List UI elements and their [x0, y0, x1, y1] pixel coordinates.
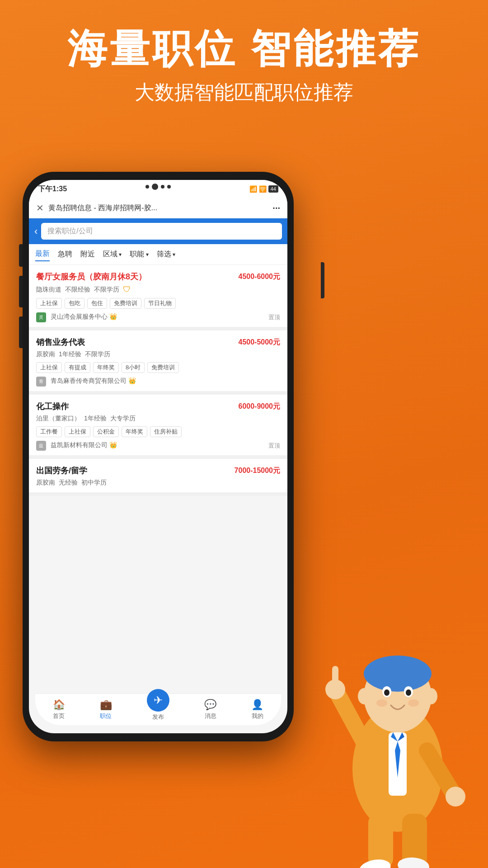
publish-icon: ✈ [147, 689, 169, 712]
job-title-1: 餐厅女服务员（胶南月休8天） [36, 271, 146, 282]
header-area: 海量职位 智能推荐 大数据智能匹配职位推荐 [0, 27, 488, 106]
nav-messages[interactable]: 💬 消息 [204, 699, 216, 720]
tag-1-2: 包吃 [65, 298, 84, 309]
tag-2-4: 8小时 [122, 362, 145, 373]
filter-tab-urgent[interactable]: 急聘 [58, 248, 72, 261]
volume-down-button [19, 276, 23, 307]
search-input[interactable]: 搜索职位/公司 [41, 223, 282, 240]
job-tags-2: 上社保 有提成 年终奖 8小时 免费培训 [36, 362, 280, 373]
search-back-button[interactable]: ‹ [34, 226, 38, 237]
top-badge-1: 置顶 [268, 313, 280, 321]
tag-2-3: 年终奖 [93, 362, 119, 373]
filter-tab-filter[interactable]: 筛选 [157, 248, 175, 261]
power-button [321, 262, 324, 298]
wifi-icon: 🛜 [259, 185, 267, 193]
silent-button [19, 316, 23, 348]
tag-3-2: 上社保 [65, 426, 90, 437]
nav-publish-label: 发布 [152, 713, 164, 721]
camera-dot2 [161, 185, 164, 189]
job-info-2: 原胶南 1年经验 不限学历 [36, 350, 280, 359]
job-title-2: 销售业务代表 [36, 337, 85, 348]
job-card-3[interactable]: 化工操作 6000-9000元 泊里（董家口） 1年经验 大专学历 工作餐 上社… [29, 395, 287, 455]
job-location-1: 隐珠街道 [36, 286, 61, 294]
job-card-1[interactable]: 餐厅女服务员（胶南月休8天） 4500-6000元 隐珠街道 不限经验 不限学历… [29, 265, 287, 327]
job-edu-2: 不限学历 [85, 350, 110, 359]
tag-2-5: 免费培训 [147, 362, 179, 373]
jobs-area: 餐厅女服务员（胶南月休8天） 4500-6000元 隐珠街道 不限经验 不限学历… [29, 265, 287, 496]
tag-3-1: 工作餐 [36, 426, 62, 437]
phone-device: 下午1:35 📶 🛜 44 ✕ 黄岛招聘信息 - 西海岸招聘网-胶... ··· [23, 172, 321, 796]
verified-icon-1: 🛡 [123, 285, 131, 294]
svg-point-11 [384, 689, 389, 696]
nav-home[interactable]: 🏠 首页 [53, 699, 65, 720]
job-exp-1: 不限经验 [65, 286, 90, 294]
nav-messages-label: 消息 [205, 712, 216, 720]
svg-point-17 [446, 787, 465, 807]
job-edu-4: 初中学历 [81, 479, 107, 487]
company-name-2: 青岛麻香传奇商贸有限公司 [51, 377, 127, 384]
crown-icon-3: 👑 [109, 441, 117, 448]
tag-3-3: 公积金 [93, 426, 119, 437]
job-edu-3: 大专学历 [110, 415, 136, 423]
svg-point-8 [364, 656, 432, 692]
svg-line-13 [339, 696, 368, 750]
phone-screen: 下午1:35 📶 🛜 44 ✕ 黄岛招聘信息 - 西海岸招聘网-胶... ··· [29, 180, 287, 733]
top-badge-3: 置顶 [268, 442, 280, 450]
browser-close-button[interactable]: ✕ [36, 203, 44, 213]
tag-2-2: 有提成 [65, 362, 90, 373]
jobs-icon: 💼 [100, 699, 112, 711]
company-logo-3: 益 [36, 441, 46, 451]
tag-3-5: 住房补贴 [150, 426, 182, 437]
job-company-2: 青 青岛麻香传奇商贸有限公司 👑 [36, 377, 280, 387]
tag-1-3: 包住 [87, 298, 107, 309]
tag-1-4: 免费培训 [110, 298, 141, 309]
job-salary-2: 4500-5000元 [238, 338, 280, 347]
job-exp-2: 1年经验 [59, 350, 81, 359]
company-logo-2: 青 [36, 377, 46, 387]
profile-icon: 👤 [251, 699, 263, 711]
job-title-4: 出国劳务/留学 [36, 465, 87, 476]
nav-profile-label: 我的 [252, 712, 263, 720]
svg-point-12 [406, 689, 411, 696]
filter-tabs: 最新 急聘 附近 区域 职能 筛选 [29, 244, 287, 265]
screen-content: ✕ 黄岛招聘信息 - 西海岸招聘网-胶... ··· ‹ 搜索职位/公司 最新 … [29, 198, 287, 702]
camera-dot3 [167, 185, 171, 189]
job-salary-1: 4500-6000元 [238, 272, 280, 282]
header-sub-title: 大数据智能匹配职位推荐 [0, 79, 488, 106]
nav-profile[interactable]: 👤 我的 [251, 699, 263, 720]
job-title-3: 化工操作 [36, 401, 69, 412]
job-tags-1: 上社保 包吃 包住 免费培训 节日礼物 [36, 298, 280, 309]
job-salary-4: 7000-15000元 [235, 466, 280, 476]
job-tags-3: 工作餐 上社保 公积金 年终奖 住房补贴 [36, 426, 280, 437]
filter-tab-role[interactable]: 职能 [130, 248, 148, 261]
job-card-4[interactable]: 出国劳务/留学 7000-15000元 原胶南 无经验 初中学历 [29, 459, 287, 492]
signal-icon: 📶 [249, 185, 257, 193]
browser-bar[interactable]: ✕ 黄岛招聘信息 - 西海岸招聘网-胶... ··· [29, 198, 287, 218]
job-location-3: 泊里（董家口） [36, 415, 80, 423]
nav-publish[interactable]: ✈ 发布 [147, 698, 169, 721]
tag-2-1: 上社保 [36, 362, 62, 373]
status-time: 下午1:35 [38, 184, 67, 194]
job-info-3: 泊里（董家口） 1年经验 大专学历 [36, 415, 280, 423]
job-edu-1: 不限学历 [94, 286, 119, 294]
volume-up-button [19, 244, 23, 267]
svg-point-23 [408, 699, 419, 707]
company-logo-1: 灵 [36, 312, 46, 322]
job-card-2[interactable]: 销售业务代表 4500-5000元 原胶南 1年经验 不限学历 上社保 有提成 … [29, 330, 287, 391]
tag-3-4: 年终奖 [122, 426, 147, 437]
camera-lens [152, 184, 158, 190]
nav-jobs[interactable]: 💼 职位 [100, 699, 112, 720]
bottom-nav: 🏠 首页 💼 职位 ✈ 发布 💬 消息 👤 我的 [35, 693, 281, 725]
job-salary-3: 6000-9000元 [238, 402, 280, 411]
filter-tab-latest[interactable]: 最新 [35, 247, 50, 261]
job-exp-3: 1年经验 [84, 415, 107, 423]
header-main-title: 海量职位 智能推荐 [0, 27, 488, 71]
message-icon: 💬 [204, 699, 216, 711]
filter-tab-area[interactable]: 区域 [103, 248, 122, 261]
tag-1-1: 上社保 [36, 298, 62, 309]
filter-tab-nearby[interactable]: 附近 [80, 248, 95, 261]
status-icons: 📶 🛜 44 [249, 185, 278, 193]
browser-more-button[interactable]: ··· [272, 203, 280, 213]
job-exp-4: 无经验 [59, 479, 78, 487]
svg-point-22 [376, 699, 387, 707]
